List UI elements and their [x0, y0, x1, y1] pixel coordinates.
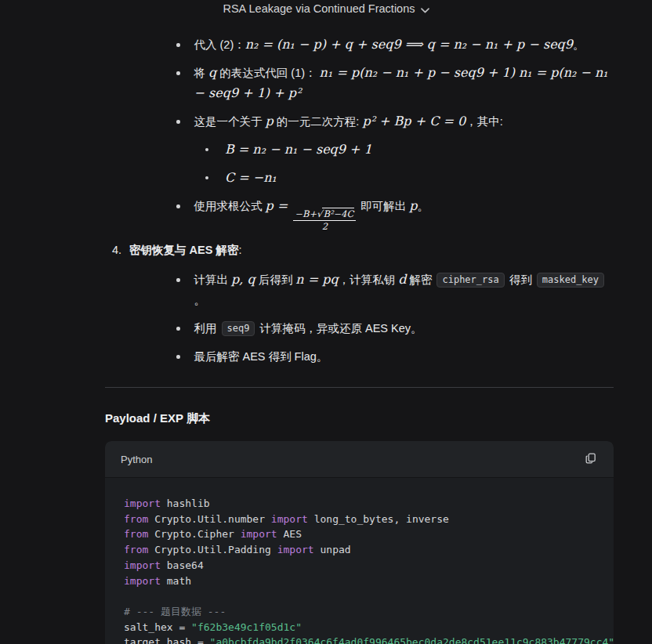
- inline-code-chip: masked_key: [537, 273, 604, 288]
- text-run: 使用求根公式: [194, 200, 266, 212]
- list-item: C = −n₁: [105, 168, 614, 188]
- list-item: B = n₂ − n₁ − seq9 + 1: [105, 139, 614, 160]
- code-token: # --- 题目数据 ---: [124, 606, 226, 617]
- code-token: salt_hex =: [124, 621, 191, 633]
- code-token: AES: [277, 528, 302, 540]
- code-line: [124, 588, 614, 604]
- code-token: math: [161, 575, 191, 587]
- code-token: Crypto.Cipher: [148, 528, 240, 540]
- code-block-header: Python: [105, 441, 614, 478]
- bullet-dot-icon: [205, 148, 208, 151]
- code-line: from Crypto.Cipher import AES: [124, 526, 614, 542]
- copy-icon: [585, 453, 596, 466]
- code-token: from: [124, 513, 148, 525]
- code-token: from: [124, 528, 148, 540]
- conversation-title: RSA Leakage via Continued Fractions: [223, 2, 415, 15]
- sqrt-expression: √B²−4C: [317, 208, 354, 219]
- math-run: C = −n₁: [225, 170, 277, 185]
- code-token: "a0bcbfda9bd2f0364c6f4ad0f996465bec0da2d…: [210, 636, 614, 644]
- copy-code-button[interactable]: [581, 449, 601, 469]
- list-item: 最后解密 AES 得到 Flag。: [105, 346, 614, 367]
- list-item: 计算出 p, q 后得到 n = pq，计算私钥 d 解密 cipher_rsa…: [105, 270, 614, 310]
- code-token: import: [277, 544, 314, 555]
- text-run: ，其中:: [465, 115, 503, 128]
- text-run: 的一元二次方程:: [273, 115, 363, 128]
- code-token: long_to_bytes, inverse: [308, 513, 449, 525]
- code-line: import base64: [124, 558, 614, 573]
- list-item: 4.密钥恢复与 AES 解密:: [105, 240, 614, 260]
- bold-text-run: 密钥恢复与 AES 解密: [129, 244, 238, 256]
- bullet-dot-icon: [176, 120, 180, 124]
- list-item: 代入 (2)：n₂ = (n₁ − p) + q + seq9 ⟹ q = n₂…: [105, 34, 614, 55]
- text-run: 计算出: [194, 273, 232, 286]
- code-line: from Crypto.Util.number import long_to_b…: [124, 512, 614, 527]
- code-scroll-area[interactable]: import hashlibfrom Crypto.Util.number im…: [105, 478, 614, 644]
- text-run: 。: [418, 200, 429, 212]
- text-run: 解密: [406, 273, 435, 286]
- message-body: 代入 (2)：n₂ = (n₁ − p) + q + seq9 ⟹ q = n₂…: [105, 17, 614, 644]
- code-line: target_hash = "a0bcbfda9bd2f0364c6f4ad0f…: [124, 635, 614, 644]
- code-token: import: [241, 528, 277, 540]
- payload-heading: Payload / EXP 脚本: [105, 411, 614, 426]
- code-token: import: [124, 559, 161, 571]
- inline-code-chip: cipher_rsa: [436, 273, 504, 288]
- math-run: p: [409, 198, 417, 213]
- sqrt-radicand: B²−4C: [322, 208, 354, 219]
- text-run: 后得到: [255, 273, 296, 286]
- list-item-content: B = n₂ − n₁ − seq9 + 1: [225, 139, 614, 160]
- list-item: 使用求根公式 p = −B+√B²−4C2 即可解出 p。: [105, 196, 614, 232]
- code-token: base64: [161, 559, 204, 571]
- code-token: hashlib: [161, 497, 210, 509]
- bullet-dot-icon: [205, 176, 208, 179]
- text-run: 最后解密 AES 得到 Flag。: [194, 350, 328, 363]
- math-run: d: [398, 272, 406, 287]
- math-fraction: −B+√B²−4C2: [293, 209, 356, 232]
- code-token: Crypto.Util.number: [148, 513, 271, 525]
- text-run: 。: [573, 38, 585, 51]
- chevron-down-icon: [421, 3, 429, 16]
- math-run: n₂ = (n₁ − p) + q + seq9 ⟹ q = n₂ − n₁ +…: [245, 37, 573, 52]
- inline-code-chip: seq9: [222, 321, 255, 336]
- math-run: q: [208, 65, 216, 80]
- code-line: salt_hex = "f62b3e49c1f05d1c": [124, 620, 614, 635]
- math-run: p =: [266, 198, 292, 213]
- list-item-content: 代入 (2)：n₂ = (n₁ − p) + q + seq9 ⟹ q = n₂…: [194, 34, 614, 55]
- list-item-content: 计算出 p, q 后得到 n = pq，计算私钥 d 解密 cipher_rsa…: [194, 270, 614, 310]
- code-token: target_hash =: [124, 636, 210, 644]
- code-token: "f62b3e49c1f05d1c": [191, 621, 302, 633]
- bullet-dot-icon: [176, 327, 180, 331]
- list-item-content: C = −n₁: [225, 168, 614, 188]
- fraction-denominator: 2: [322, 221, 328, 232]
- list-item-content: 将 q 的表达式代回 (1)： n₁ = p(n₂ − n₁ + p − seq…: [194, 63, 614, 103]
- bullet-dot-icon: [176, 43, 180, 47]
- code-token: Crypto.Util.Padding: [148, 544, 277, 555]
- math-run: n = pq: [295, 272, 338, 287]
- document-list: 代入 (2)：n₂ = (n₁ − p) + q + seq9 ⟹ q = n₂…: [105, 34, 614, 367]
- bullet-dot-icon: [176, 355, 180, 359]
- text-run: ，计算私钥: [339, 273, 399, 286]
- text-run: 这是一个关于: [194, 115, 266, 128]
- code-token: import: [124, 575, 161, 587]
- text-run: 将: [194, 67, 209, 79]
- list-item-content: 密钥恢复与 AES 解密:: [129, 240, 614, 260]
- text-run: 代入 (2)：: [194, 38, 245, 51]
- code-token: unpad: [314, 544, 351, 555]
- code-token: import: [124, 497, 161, 509]
- list-item-content: 最后解密 AES 得到 Flag。: [194, 346, 614, 367]
- bullet-dot-icon: [176, 204, 180, 208]
- code-language-label: Python: [121, 454, 152, 465]
- text-run: 利用: [194, 322, 220, 335]
- text-run: 。: [194, 294, 206, 306]
- conversation-title-button[interactable]: RSA Leakage via Continued Fractions: [0, 0, 652, 17]
- fraction-numerator: −B+√B²−4C: [293, 209, 356, 221]
- code-line: from Crypto.Util.Padding import unpad: [124, 542, 614, 558]
- code-line: # --- 题目数据 ---: [124, 604, 614, 620]
- list-item: 这是一个关于 p 的一元二次方程: p² + Bp + C = 0，其中:: [105, 111, 614, 132]
- text-run: 计算掩码，异或还原 AES Key。: [256, 322, 422, 335]
- bullet-dot-icon: [176, 278, 180, 282]
- text-run: 的表达式代回 (1)：: [216, 67, 319, 79]
- math-run: B = n₂ − n₁ − seq9 + 1: [225, 142, 372, 157]
- code-block: Python import hashlibfrom Crypto.Util.nu…: [105, 441, 614, 644]
- section-divider: [105, 387, 614, 388]
- math-run: p² + Bp + C = 0: [362, 114, 465, 128]
